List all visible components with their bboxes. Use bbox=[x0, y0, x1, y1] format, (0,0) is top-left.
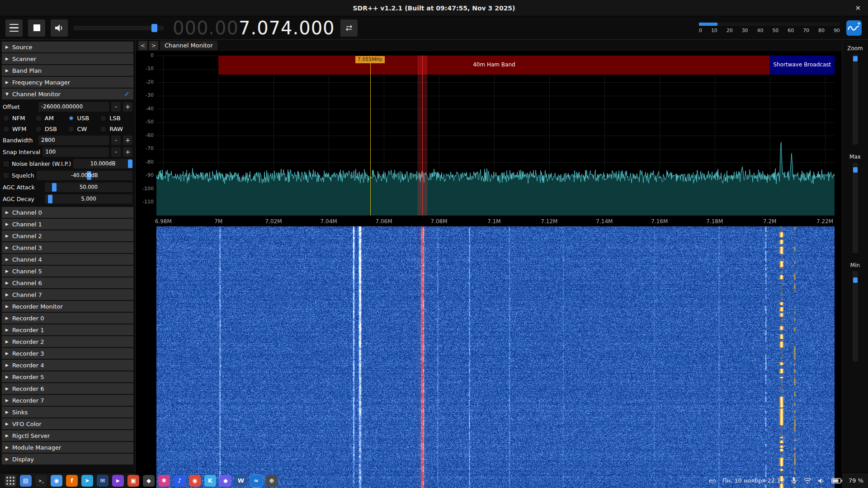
bandwidth-increment-button[interactable]: + bbox=[123, 136, 132, 145]
battery-icon[interactable] bbox=[831, 478, 842, 483]
sidebar-item-recorder-5[interactable]: ▶Recorder 5 bbox=[2, 371, 133, 382]
taskbar-app-media-player[interactable]: ▶ bbox=[112, 475, 124, 487]
start-stop-button[interactable] bbox=[28, 19, 45, 37]
fft-spectrum-canvas[interactable] bbox=[136, 51, 842, 226]
snap-increment-button[interactable]: + bbox=[123, 147, 132, 157]
zoom-slider-handle[interactable] bbox=[853, 56, 858, 61]
offset-decrement-button[interactable]: - bbox=[111, 102, 121, 112]
sidebar-item-channel-5[interactable]: ▶Channel 5 bbox=[2, 266, 133, 277]
taskbar-app-file-manager[interactable]: ▤ bbox=[20, 475, 32, 487]
sidebar-item-scanner[interactable]: ▶Scanner bbox=[2, 53, 133, 64]
sidebar-item-recorder-7[interactable]: ▶Recorder 7 bbox=[2, 395, 133, 406]
sidebar-item-channel-0[interactable]: ▶Channel 0 bbox=[2, 207, 133, 218]
taskbar-app-chromium[interactable]: ◉ bbox=[51, 475, 62, 487]
taskbar-app-sdrpp[interactable]: ≈ bbox=[250, 475, 262, 487]
radio-dot-icon bbox=[100, 115, 107, 122]
close-icon[interactable]: ✕ bbox=[855, 4, 861, 12]
taskbar-app-office[interactable]: ▣ bbox=[127, 475, 139, 487]
agc-attack-slider[interactable]: 50.000 bbox=[45, 183, 132, 192]
mode-raw-radio[interactable]: RAW bbox=[100, 126, 132, 132]
sidebar-item-channel-3[interactable]: ▶Channel 3 bbox=[2, 242, 133, 253]
taskbar-app-paint[interactable]: ✱ bbox=[158, 475, 170, 487]
mode-dsb-radio[interactable]: DSB bbox=[35, 126, 68, 132]
bandwidth-decrement-button[interactable]: - bbox=[111, 136, 121, 145]
max-slider[interactable] bbox=[853, 163, 858, 253]
module-enabled-checkbox[interactable]: ✓ bbox=[124, 90, 130, 98]
offset-increment-button[interactable]: + bbox=[123, 102, 132, 112]
sdrpp-logo[interactable] bbox=[845, 19, 863, 37]
squelch-checkbox[interactable] bbox=[3, 172, 9, 179]
taskbar-app-telegram[interactable]: ➤ bbox=[81, 475, 93, 487]
mode-nfm-radio[interactable]: NFM bbox=[3, 115, 35, 122]
agc-decay-slider[interactable]: 5.000 bbox=[45, 194, 132, 204]
snap-interval-input[interactable]: 100 bbox=[42, 147, 109, 157]
wifi-icon[interactable] bbox=[803, 478, 811, 484]
sidebar-item-recorder-1[interactable]: ▶Recorder 1 bbox=[2, 324, 133, 335]
clock[interactable]: Пн, 10 ноября 22:12 bbox=[722, 477, 784, 484]
noise-blanker-checkbox[interactable] bbox=[3, 160, 9, 167]
music-icon: ♪ bbox=[178, 477, 181, 484]
language-indicator[interactable]: en bbox=[709, 477, 716, 484]
max-slider-handle[interactable] bbox=[853, 167, 858, 173]
sidebar-item-display[interactable]: ▶Display bbox=[2, 454, 133, 465]
sidebar-item-source[interactable]: ▶Source bbox=[2, 42, 133, 52]
agc-attack-slider-handle[interactable] bbox=[52, 183, 57, 192]
taskbar-app-terminal[interactable]: >_ bbox=[35, 475, 47, 487]
microphone-icon[interactable] bbox=[791, 477, 797, 485]
sidebar-item-sinks[interactable]: ▶Sinks bbox=[2, 407, 133, 418]
sidebar-item-recorder-4[interactable]: ▶Recorder 4 bbox=[2, 360, 133, 371]
waterfall-canvas[interactable] bbox=[136, 226, 842, 488]
snap-decrement-button[interactable]: - bbox=[111, 147, 121, 157]
mode-lsb-radio[interactable]: LSB bbox=[100, 115, 132, 122]
min-slider-handle[interactable] bbox=[853, 277, 858, 283]
frequency-display[interactable]: 000.007.074.000 bbox=[173, 18, 335, 38]
tab-channel-monitor[interactable]: Channel Monitor bbox=[160, 41, 217, 50]
sidebar-item-channel-1[interactable]: ▶Channel 1 bbox=[2, 219, 133, 230]
sidebar-item-recorder-0[interactable]: ▶Recorder 0 bbox=[2, 313, 133, 324]
sidebar-item-recorder-6[interactable]: ▶Recorder 6 bbox=[2, 383, 133, 394]
tab-next-button[interactable]: > bbox=[149, 41, 158, 50]
sidebar-item-recorder-2[interactable]: ▶Recorder 2 bbox=[2, 336, 133, 347]
taskbar-app-music[interactable]: ♪ bbox=[174, 475, 185, 487]
taskbar-app-mail[interactable]: ✉ bbox=[97, 475, 108, 487]
sidebar-item-rigctl-server[interactable]: ▶Rigctl Server bbox=[2, 430, 133, 441]
taskbar-app-browser[interactable]: ◉ bbox=[189, 475, 201, 487]
nb-slider[interactable]: 10.000dB bbox=[73, 159, 132, 169]
sidebar-item-channel-monitor[interactable]: ▼ Channel Monitor ✓ bbox=[2, 89, 133, 99]
bandwidth-input[interactable]: 2800 bbox=[38, 136, 109, 145]
volume-slider[interactable] bbox=[73, 26, 164, 30]
taskbar-app-preferences[interactable]: ⊕ bbox=[266, 475, 278, 487]
tab-prev-button[interactable]: < bbox=[138, 41, 147, 50]
sidebar-item-module-manager[interactable]: ▶Module Manager bbox=[2, 442, 133, 453]
sidebar-item-channel-4[interactable]: ▶Channel 4 bbox=[2, 254, 133, 265]
sidebar-item-band-plan[interactable]: ▶Band Plan bbox=[2, 65, 133, 76]
sidebar-item-channel-7[interactable]: ▶Channel 7 bbox=[2, 289, 133, 300]
min-slider[interactable] bbox=[853, 271, 858, 361]
mute-button[interactable] bbox=[51, 19, 68, 37]
sidebar-item-frequency-manager[interactable]: ▶Frequency Manager bbox=[2, 77, 133, 88]
mode-cw-radio[interactable]: CW bbox=[68, 126, 100, 132]
sidebar-item-vfo-color[interactable]: ▶VFO Color bbox=[2, 418, 133, 429]
sidebar-item-recorder-monitor[interactable]: ▶Recorder Monitor bbox=[2, 301, 133, 312]
taskbar-app-system-settings[interactable]: K bbox=[204, 475, 216, 487]
taskbar-app-writer[interactable]: W bbox=[235, 475, 247, 487]
offset-input[interactable]: -26000.000000 bbox=[38, 102, 109, 112]
mode-usb-radio[interactable]: USB bbox=[68, 115, 100, 122]
zoom-slider[interactable] bbox=[853, 54, 858, 145]
agc-decay-slider-handle[interactable] bbox=[48, 195, 52, 203]
mode-am-radio[interactable]: AM bbox=[35, 115, 68, 122]
menu-button[interactable] bbox=[5, 19, 23, 37]
nb-slider-handle[interactable] bbox=[128, 160, 132, 168]
tuning-mode-button[interactable] bbox=[340, 19, 358, 37]
sidebar-item-channel-6[interactable]: ▶Channel 6 bbox=[2, 277, 133, 288]
sidebar-item-recorder-3[interactable]: ▶Recorder 3 bbox=[2, 348, 133, 359]
squelch-slider[interactable]: -40.000dB bbox=[37, 171, 132, 180]
taskbar-app-dev-tool[interactable]: ◆ bbox=[220, 475, 231, 487]
mode-wfm-radio[interactable]: WFM bbox=[3, 126, 35, 132]
sidebar-item-channel-2[interactable]: ▶Channel 2 bbox=[2, 230, 133, 241]
taskbar-app-firefox[interactable]: f bbox=[66, 475, 78, 487]
volume-slider-handle[interactable] bbox=[151, 24, 157, 32]
taskbar-app-menu[interactable] bbox=[5, 475, 16, 487]
speaker-icon[interactable] bbox=[818, 478, 825, 484]
taskbar-app-photo-editor[interactable]: ◆ bbox=[143, 475, 155, 487]
